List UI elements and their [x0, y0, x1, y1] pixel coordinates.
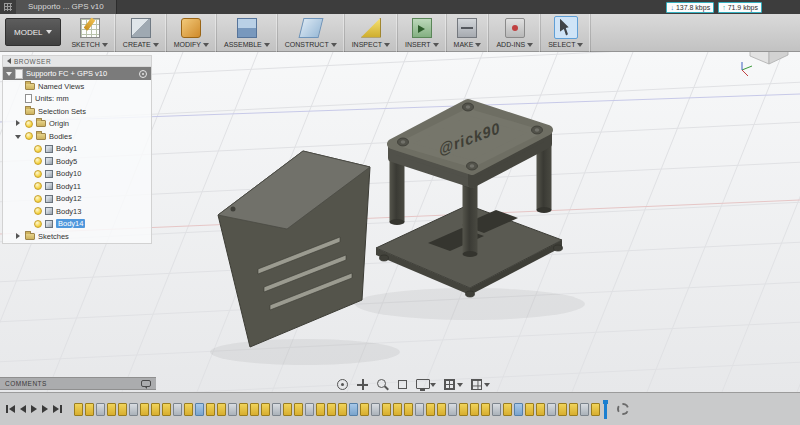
toolbar-group-select[interactable]: SELECT — [541, 14, 591, 52]
timeline-feature-icon[interactable] — [426, 403, 435, 416]
modify-tool-button[interactable] — [179, 16, 203, 39]
visibility-bulb-icon[interactable] — [25, 120, 33, 128]
tree-root-document[interactable]: Supporto FC + GPS v10 — [3, 67, 151, 80]
timeline-feature-icon[interactable] — [305, 403, 314, 416]
timeline-feature-icon[interactable] — [536, 403, 545, 416]
grid-button[interactable] — [443, 378, 463, 391]
display-button[interactable] — [416, 378, 436, 391]
go-start-button[interactable] — [6, 403, 15, 415]
document-tab[interactable]: Supporto ... GPS v10 — [16, 0, 117, 14]
timeline-feature-icon[interactable] — [382, 403, 391, 416]
toolbar-group-inspect[interactable]: INSPECT — [345, 14, 398, 52]
play-forward-button[interactable] — [31, 403, 37, 415]
timeline-feature-icon[interactable] — [162, 403, 171, 416]
timeline-feature-icon[interactable] — [371, 403, 380, 416]
timeline-feature-icon[interactable] — [96, 403, 105, 416]
timeline-feature-icon[interactable] — [217, 403, 226, 416]
timeline-feature-icon[interactable] — [580, 403, 589, 416]
step-forward-button[interactable] — [42, 403, 48, 415]
visibility-bulb-icon[interactable] — [34, 195, 42, 203]
construct-tool-button[interactable] — [299, 16, 323, 39]
zoom-button[interactable] — [376, 378, 389, 391]
toolbar-group-construct[interactable]: CONSTRUCT — [278, 14, 345, 52]
tree-row-body13[interactable]: Body13 — [3, 205, 151, 218]
timeline-feature-icon[interactable] — [525, 403, 534, 416]
create-tool-button[interactable] — [129, 16, 153, 39]
insert-tool-button[interactable] — [410, 16, 434, 39]
timeline-feature-icon[interactable] — [228, 403, 237, 416]
expand-arrow-icon[interactable] — [15, 233, 22, 240]
timeline-feature-icon[interactable] — [448, 403, 457, 416]
toolbar-group-sketch[interactable]: SKETCH — [64, 14, 115, 52]
timeline-feature-icon[interactable] — [404, 403, 413, 416]
workspace-switcher-button[interactable]: MODEL — [5, 18, 61, 46]
body-mount[interactable]: @rick90 — [376, 103, 563, 297]
timeline-feature-icon[interactable] — [349, 403, 358, 416]
collapse-panel-icon[interactable] — [7, 58, 11, 64]
assemble-tool-button[interactable] — [235, 16, 259, 39]
timeline-options-gear-icon[interactable] — [617, 403, 629, 415]
timeline-feature-icon[interactable] — [239, 403, 248, 416]
toolbar-group-create[interactable]: CREATE — [116, 14, 167, 52]
timeline-feature-icon[interactable] — [129, 403, 138, 416]
tree-row-body1[interactable]: Body1 — [3, 143, 151, 156]
timeline-feature-icon[interactable] — [470, 403, 479, 416]
timeline-feature-icon[interactable] — [547, 403, 556, 416]
timeline-feature-icon[interactable] — [74, 403, 83, 416]
timeline-feature-icon[interactable] — [261, 403, 270, 416]
visibility-bulb-icon[interactable] — [34, 182, 42, 190]
timeline-feature-icon[interactable] — [85, 403, 94, 416]
timeline-feature-icon[interactable] — [140, 403, 149, 416]
tree-row-body10[interactable]: Body10 — [3, 168, 151, 181]
collapse-arrow-icon[interactable] — [6, 72, 12, 76]
timeline-feature-icon[interactable] — [195, 403, 204, 416]
comment-bubble-icon[interactable] — [141, 380, 151, 387]
visibility-bulb-icon[interactable] — [25, 132, 33, 140]
timeline-feature-icon[interactable] — [338, 403, 347, 416]
timeline-feature-icon[interactable] — [272, 403, 281, 416]
toolbar-group-addins[interactable]: ADD-INS — [489, 14, 541, 52]
pan-button[interactable] — [356, 378, 369, 391]
tree-row-selection-sets[interactable]: Selection Sets — [3, 105, 151, 118]
app-menu-icon[interactable] — [0, 0, 16, 14]
tree-row-named-views[interactable]: Named Views — [3, 80, 151, 93]
inspect-tool-button[interactable] — [359, 16, 383, 39]
timeline-feature-icon[interactable] — [151, 403, 160, 416]
viewports-button[interactable] — [470, 378, 490, 391]
sketch-tool-button[interactable] — [78, 16, 102, 39]
select-tool-button[interactable] — [554, 16, 578, 39]
timeline-feature-icon[interactable] — [591, 403, 600, 416]
toolbar-group-modify[interactable]: MODIFY — [167, 14, 217, 52]
fit-button[interactable] — [396, 378, 409, 391]
timeline-feature-icon[interactable] — [206, 403, 215, 416]
tree-row-body14[interactable]: Body14 — [3, 218, 151, 231]
body-bracket[interactable] — [218, 151, 370, 347]
go-end-button[interactable] — [53, 403, 62, 415]
toolbar-group-assemble[interactable]: ASSEMBLE — [217, 14, 278, 52]
tree-row-origin[interactable]: Origin — [3, 118, 151, 131]
timeline-feature-icon[interactable] — [503, 403, 512, 416]
timeline-feature-icon[interactable] — [569, 403, 578, 416]
visibility-bulb-icon[interactable] — [34, 220, 42, 228]
tree-row-body12[interactable]: Body12 — [3, 193, 151, 206]
comments-bar[interactable]: COMMENTS — [0, 377, 156, 390]
browser-header[interactable]: BROWSER — [3, 56, 151, 67]
timeline-feature-icon[interactable] — [393, 403, 402, 416]
timeline-feature-icon[interactable] — [173, 403, 182, 416]
visibility-bulb-icon[interactable] — [34, 207, 42, 215]
timeline-feature-icon[interactable] — [415, 403, 424, 416]
make-tool-button[interactable] — [455, 16, 479, 39]
tree-row-body5[interactable]: Body5 — [3, 155, 151, 168]
visibility-bulb-icon[interactable] — [34, 157, 42, 165]
timeline-feature-icon[interactable] — [294, 403, 303, 416]
timeline-feature-icon[interactable] — [360, 403, 369, 416]
timeline-feature-icon[interactable] — [492, 403, 501, 416]
timeline-feature-icon[interactable] — [514, 403, 523, 416]
timeline-feature-icon[interactable] — [327, 403, 336, 416]
tree-row-units-mm[interactable]: Units: mm — [3, 93, 151, 106]
timeline-feature-icon[interactable] — [558, 403, 567, 416]
step-back-button[interactable] — [20, 403, 26, 415]
collapse-arrow-icon[interactable] — [15, 133, 22, 140]
timeline-playhead[interactable] — [604, 400, 607, 419]
timeline-feature-icon[interactable] — [283, 403, 292, 416]
